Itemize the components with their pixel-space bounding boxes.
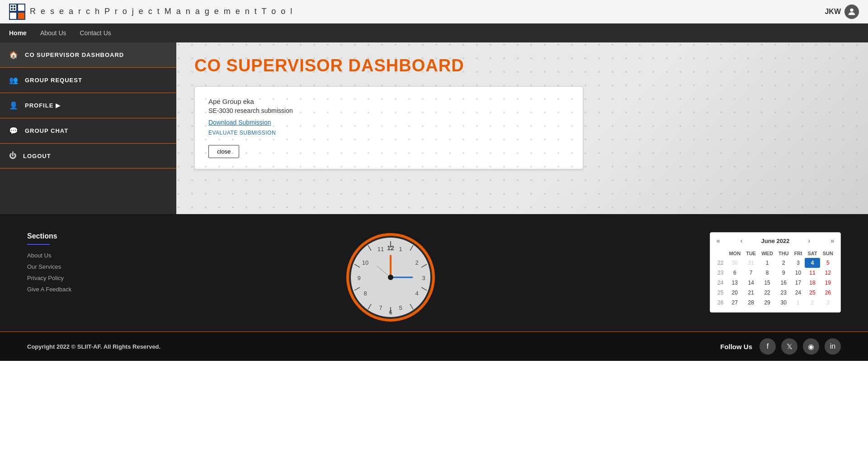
cal-day[interactable]: 10	[792, 268, 805, 278]
cal-day[interactable]: 30	[776, 298, 792, 308]
cal-week-col	[715, 249, 726, 258]
cal-day[interactable]: 18	[805, 278, 820, 288]
cal-day[interactable]: 29	[759, 298, 776, 308]
cal-day[interactable]: 11	[805, 268, 820, 278]
close-button[interactable]: close	[208, 145, 239, 158]
svg-text:12: 12	[387, 244, 394, 252]
svg-rect-8	[14, 8, 15, 10]
cal-day[interactable]: 4	[805, 258, 820, 268]
cal-day[interactable]: 16	[776, 278, 792, 288]
cal-day[interactable]: 14	[743, 278, 759, 288]
cal-day[interactable]: 23	[776, 288, 792, 298]
content-area: CO SUPERVISOR DASHBOARD Ape Group eka SE…	[176, 42, 868, 214]
svg-text:6: 6	[389, 309, 392, 316]
footer-sections: Sections About Us Our Services Privacy P…	[27, 232, 71, 297]
page-title: CO SUPERVISOR DASHBOARD	[194, 56, 850, 75]
cal-day[interactable]: 24	[792, 288, 805, 298]
twitter-icon[interactable]: 𝕏	[781, 338, 797, 355]
sidebar-logout-label: LOGOUT	[23, 153, 51, 159]
cal-day[interactable]: 15	[759, 278, 776, 288]
sidebar-item-dashboard[interactable]: 🏠 CO SUPERVISOR DASHBOARD	[0, 42, 176, 68]
footer-link-privacy[interactable]: Privacy Policy	[27, 275, 71, 281]
cal-day[interactable]: 17	[792, 278, 805, 288]
cal-day[interactable]: 31	[743, 258, 759, 268]
sidebar-item-profile[interactable]: 👤 PROFILE ▶	[0, 93, 176, 118]
cal-day[interactable]: 6	[726, 268, 743, 278]
cal-day[interactable]: 1	[792, 298, 805, 308]
footer-top: Sections About Us Our Services Privacy P…	[27, 232, 841, 332]
linkedin-icon[interactable]: in	[825, 338, 841, 355]
logout-icon: ⏻	[9, 152, 17, 160]
nav-about[interactable]: About Us	[40, 28, 66, 38]
sections-title: Sections	[27, 232, 71, 240]
cal-prev-prev[interactable]: «	[715, 237, 722, 244]
cal-day[interactable]: 26	[820, 288, 836, 298]
cal-tue: TUE	[743, 249, 759, 258]
cal-day[interactable]: 20	[726, 288, 743, 298]
cal-day[interactable]: 30	[726, 258, 743, 268]
cal-day[interactable]: 12	[820, 268, 836, 278]
footer-link-feedback[interactable]: Give A Feedback	[27, 286, 71, 293]
cal-day[interactable]: 8	[759, 268, 776, 278]
cal-next-next[interactable]: »	[829, 237, 836, 244]
sidebar-item-group-chat[interactable]: 💬 GROUP CHAT	[0, 118, 176, 144]
main-layout: 🏠 CO SUPERVISOR DASHBOARD 👥 GROUP REQUES…	[0, 42, 868, 214]
cal-day[interactable]: 3	[792, 258, 805, 268]
cal-day[interactable]: 27	[726, 298, 743, 308]
facebook-icon[interactable]: f	[760, 338, 776, 355]
cal-day[interactable]: 5	[820, 258, 836, 268]
group-icon: 👥	[9, 76, 19, 84]
user-area: JKW	[825, 5, 859, 19]
evaluate-submission-link[interactable]: EVALUATE SUBMISSION	[208, 130, 569, 136]
cal-day[interactable]: 13	[726, 278, 743, 288]
download-submission-link[interactable]: Download Submission	[208, 119, 569, 126]
sidebar-group-request-label: GROUP REQUEST	[25, 77, 82, 84]
svg-text:9: 9	[358, 275, 361, 281]
cal-day[interactable]: 21	[743, 288, 759, 298]
copyright-text: Copyright 2022 © SLIIT-AF. All Rights Re…	[27, 343, 160, 350]
footer: Sections About Us Our Services Privacy P…	[0, 214, 868, 332]
cal-day[interactable]: 2	[776, 258, 792, 268]
svg-rect-3	[10, 13, 16, 19]
sidebar-item-logout[interactable]: ⏻ LOGOUT	[0, 144, 176, 168]
cal-day[interactable]: 3	[820, 298, 836, 308]
cal-week-num: 24	[715, 278, 726, 288]
cal-day[interactable]: 19	[820, 278, 836, 288]
cal-day[interactable]: 28	[743, 298, 759, 308]
user-avatar-icon[interactable]	[844, 5, 859, 19]
follow-us-label: Follow Us	[720, 343, 752, 351]
instagram-icon[interactable]: ◉	[803, 338, 819, 355]
svg-text:3: 3	[422, 275, 425, 281]
sidebar-group-chat-label: GROUP CHAT	[25, 127, 68, 134]
cal-day[interactable]: 7	[743, 268, 759, 278]
sidebar-item-group-request[interactable]: 👥 GROUP REQUEST	[0, 68, 176, 93]
cal-mon: MON	[726, 249, 743, 258]
cal-day[interactable]: 2	[805, 298, 820, 308]
clock-svg: 12 2 3 4 5 6 7 8 9 10 11 1	[345, 232, 436, 322]
svg-rect-7	[11, 8, 13, 10]
logo-area: R e s e a r c h P r o j e c t M a n a g …	[9, 4, 293, 20]
cal-day[interactable]: 1	[759, 258, 776, 268]
footer-link-about[interactable]: About Us	[27, 252, 71, 259]
cal-prev[interactable]: ‹	[739, 237, 745, 244]
footer-link-services[interactable]: Our Services	[27, 263, 71, 270]
cal-wed: WED	[759, 249, 776, 258]
cal-day[interactable]: 22	[759, 288, 776, 298]
cal-title: June 2022	[761, 238, 790, 244]
nav-home[interactable]: Home	[9, 28, 27, 38]
home-icon: 🏠	[9, 51, 19, 59]
nav-contact[interactable]: Contact Us	[80, 28, 111, 38]
svg-rect-4	[18, 13, 24, 19]
cal-thu: THU	[776, 249, 792, 258]
svg-rect-2	[18, 5, 24, 11]
cal-next[interactable]: ›	[806, 237, 812, 244]
svg-text:8: 8	[364, 290, 367, 297]
cal-day[interactable]: 9	[776, 268, 792, 278]
logo-icon	[9, 4, 25, 20]
svg-text:7: 7	[379, 304, 382, 311]
cal-grid: MON TUE WED THU FRI SAT SUN 223031123452…	[715, 249, 836, 308]
sections-underline	[27, 244, 50, 245]
cal-header: « ‹ June 2022 › »	[715, 237, 836, 244]
cal-day[interactable]: 25	[805, 288, 820, 298]
sidebar: 🏠 CO SUPERVISOR DASHBOARD 👥 GROUP REQUES…	[0, 42, 176, 214]
